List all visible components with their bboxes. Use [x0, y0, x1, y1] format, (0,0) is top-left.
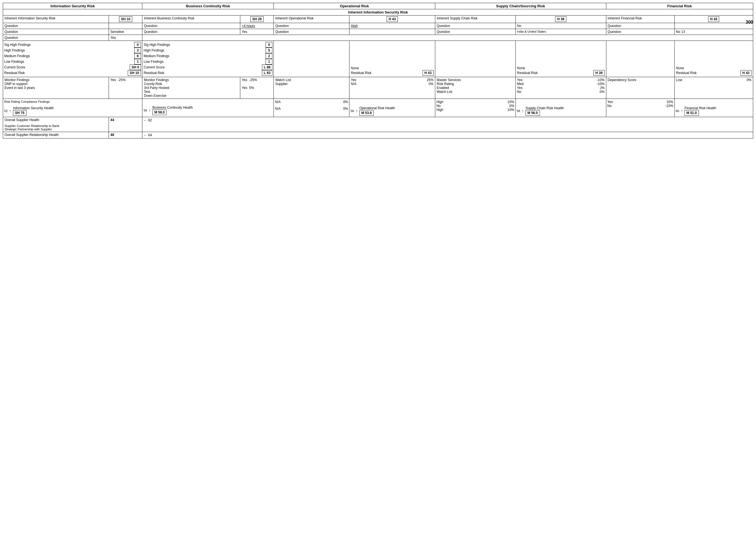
health-supply-chain: 58 ↑ Supply Chain Risk Health M 56.0 — [515, 99, 606, 117]
inherent-supply-chain-label: Inherent Supply Chain Risk — [435, 16, 515, 23]
adj-info-security-values: Yes -25% — [109, 77, 142, 99]
q-fin-1-label: Question — [606, 23, 674, 29]
overall-ref-64: ← 64 — [142, 132, 753, 138]
main-risk-table: Information Security Risk Business Conti… — [3, 3, 753, 138]
adj-fin-values: Low0% — [674, 77, 753, 99]
inherent-operational-label: Inherent Operational Risk — [274, 16, 350, 23]
inherent-financial-label: Inherent Financial Risk — [606, 16, 674, 23]
findings-financial-none: None Residual Risk H 43 — [674, 41, 753, 77]
adj-fin-labels: Dependency Score — [606, 77, 674, 99]
q-info-security-1-answer — [109, 23, 142, 29]
inherent-info-security-label: Inherent Information Security Risk — [3, 16, 109, 23]
findings-supply-chain-none: None Residual Risk H 39 — [515, 41, 606, 77]
health-operational: 56 ↑ Operational Risk Health M 53.8 — [350, 99, 435, 117]
subheader: Inherent Information Security Risk — [3, 9, 753, 16]
q-op-1-label: Question — [274, 23, 350, 29]
q-sc-2-answer: India & United States — [515, 29, 606, 35]
health-op-pcts: N/A0% N/A0% — [274, 99, 350, 117]
findings-supply-chain-label — [435, 41, 515, 77]
findings-operational-label — [274, 41, 350, 77]
adj-bc-values: Yes -25% Yes 5% — [240, 77, 274, 99]
header-financial: Financial Risk — [606, 3, 753, 9]
q-info-security-1-label: Question — [3, 23, 109, 29]
header-info-security: Information Security Risk — [3, 3, 142, 9]
q-info-security-2-label: Question — [3, 29, 109, 35]
adj-sc-values: Yes-10% Med-10% YesJ% No0% — [515, 77, 606, 99]
q-info-security-3-label: Question — [3, 35, 109, 41]
health-financial: 60 ↑ Financial Risk Health M 51.0 — [674, 99, 753, 117]
overall-supplier-health-label: Overall Supplier Health Supplier Custome… — [3, 117, 109, 132]
q-fin-2-answer: No 13 — [674, 29, 753, 35]
q-fin-1-answer — [674, 23, 753, 29]
overall-relationship-health-label: Overall Supplier Relationship Health — [3, 132, 109, 138]
inherent-operational-score: H 43 — [350, 16, 435, 23]
findings-financial-label — [606, 41, 674, 77]
q-info-security-2-answer: Sensitive — [109, 29, 142, 35]
empty-cell-row3 — [142, 35, 753, 41]
findings-operational-none: None Residual Risk H 43 — [350, 41, 435, 77]
overall-relationship-health-value: 48 — [109, 132, 142, 138]
header-operational: Operational Risk — [274, 3, 435, 9]
health-sc-pcts: High10% No0% High10% — [435, 99, 515, 117]
inherent-supply-chain-score: H 39 — [515, 16, 606, 23]
q-sc-2-label: Question — [435, 29, 515, 35]
findings-info-security: Sig High Findings0 High Findings3 Medium… — [3, 41, 142, 77]
adj-bc-labels: Monitor Findings County Risk 3rd Party H… — [142, 77, 240, 99]
adj-op-values: Yes25% N/A0% — [350, 77, 435, 99]
header-supply-chain: Supply Chain/Sourcing Risk — [435, 3, 606, 9]
health-business-continuity: 54 ↑ Business Continuity Health M 58.0 — [142, 99, 274, 117]
overall-supplier-health-value: 44 — [109, 117, 142, 132]
adj-sc-labels: Master Services Risk Rating Enabled Watc… — [435, 77, 515, 99]
overall-ref-62: ← 62 — [142, 117, 753, 132]
q-sc-1-answer: No — [515, 23, 606, 29]
inherent-business-continuity-label: Inherent Business Continuity Risk — [142, 16, 240, 23]
adj-op-labels: Watch List Supplier — [274, 77, 350, 99]
health-info-security: Risk Rating Compliance Findings 52 ↑ Inf… — [3, 99, 142, 117]
inherent-business-continuity-score: SH 29 — [240, 16, 274, 23]
q-info-security-3-answer: Yes — [109, 35, 142, 41]
header-business-continuity: Business Continuity Risk — [142, 3, 274, 9]
q-op-1-answer: High — [350, 23, 435, 29]
adj-info-security-labels: Monitor Findings DNP to support Event in… — [3, 77, 109, 99]
q-sc-1-label: Question — [435, 23, 515, 29]
q-bc-2-answer: Yes — [240, 29, 274, 35]
q-bc-2-label: Question — [142, 29, 240, 35]
q-op-2-answer — [350, 29, 435, 35]
q-fin-2-label: Question — [606, 29, 674, 35]
findings-business-continuity: Sig High Findings0 High Findings5 Medium… — [142, 41, 274, 77]
q-bc-1-label: Question — [142, 23, 240, 29]
page-number: 300 — [746, 20, 753, 25]
inherent-financial-score: H 43 — [674, 16, 753, 23]
q-bc-1-answer: <4 hours — [240, 23, 274, 29]
q-op-2-label: Question — [274, 29, 350, 35]
inherent-info-security-score: SH 10 — [109, 16, 142, 23]
health-fin-pcts: Yes10% No-10% — [606, 99, 674, 117]
